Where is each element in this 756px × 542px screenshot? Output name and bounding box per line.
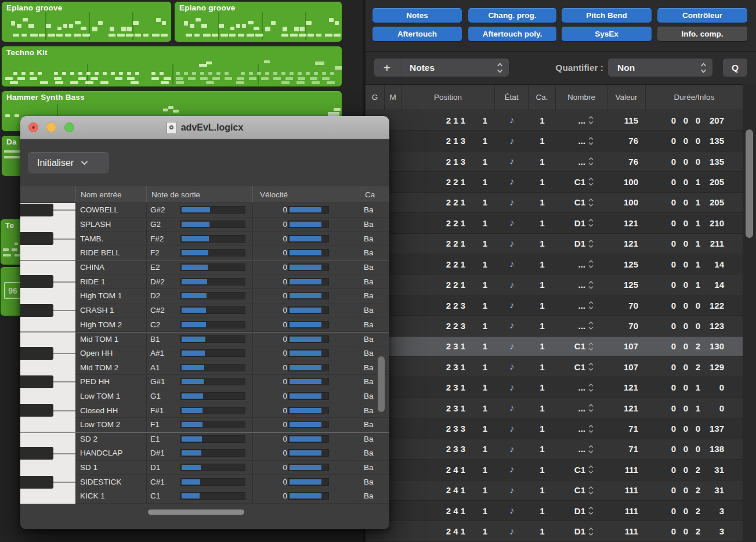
note-value-bar[interactable]	[180, 335, 245, 343]
velocity-cell[interactable]: 0	[252, 333, 360, 346]
quantize-apply-button[interactable]: Q	[723, 59, 747, 77]
filter-button-chang-prog[interactable]: Chang. prog.	[468, 8, 556, 23]
cell-number[interactable]: C1	[556, 480, 607, 500]
drum-row-mid-tom-2[interactable]: Mid TOM 2A10Ba	[75, 360, 389, 375]
channel-cell[interactable]: Ba	[360, 489, 389, 503]
value-stepper[interactable]	[588, 115, 594, 125]
column-header-nombre[interactable]: Nombre	[556, 85, 607, 110]
drum-row-crash-1[interactable]: CRASH 1C#20Ba	[75, 303, 389, 318]
cell-channel[interactable]: 1	[529, 172, 556, 191]
cell-value[interactable]: 76	[607, 131, 646, 150]
drum-name[interactable]: SD 1	[75, 461, 146, 475]
drum-name[interactable]: Mid TOM 1	[75, 333, 146, 346]
filter-button-contr-leur[interactable]: Contrôleur	[657, 8, 747, 23]
output-note-cell[interactable]: A1	[146, 360, 252, 374]
cell-position[interactable]: 2 2 31	[401, 295, 495, 315]
cell-length-info[interactable]: 000138	[646, 439, 743, 459]
column-header-canal[interactable]: Ca	[360, 186, 389, 203]
midi-region-epiano-2[interactable]: Epiano groove	[174, 1, 342, 42]
value-stepper[interactable]	[588, 527, 594, 536]
column-header-valeur[interactable]: Valeur	[607, 85, 646, 110]
cell-value[interactable]: 100	[607, 172, 646, 191]
drum-row-ped-hh[interactable]: PED HHG#10Ba	[75, 375, 389, 389]
channel-cell[interactable]: Ba	[360, 375, 389, 389]
cell-value[interactable]: 111	[607, 480, 646, 500]
channel-cell[interactable]: Ba	[360, 274, 389, 288]
cell-number[interactable]: ...	[556, 131, 607, 150]
output-note-cell[interactable]: D2	[146, 289, 252, 303]
cell-position[interactable]: 2 2 11	[401, 234, 495, 254]
value-stepper[interactable]	[588, 177, 594, 186]
value-stepper[interactable]	[588, 239, 594, 248]
cell-length-info[interactable]: 000122	[646, 295, 743, 315]
quantize-popup[interactable]: Non	[608, 59, 712, 77]
cell-channel[interactable]: 1	[529, 151, 556, 171]
note-value-bar[interactable]	[180, 349, 245, 357]
drum-name[interactable]: SPLASH	[75, 218, 146, 232]
column-header-etat[interactable]: État	[495, 85, 529, 110]
column-header-g[interactable]: G	[366, 85, 385, 110]
cell-position[interactable]: 2 3 11	[401, 357, 495, 377]
channel-cell[interactable]: Ba	[360, 203, 389, 217]
event-row[interactable]: 2 4 11♪1C111100231	[366, 460, 743, 480]
channel-cell[interactable]: Ba	[360, 246, 389, 260]
drum-name[interactable]: High TOM 2	[75, 317, 146, 331]
velocity-value-bar[interactable]	[288, 421, 329, 428]
cell-length-info[interactable]: 0010	[646, 398, 743, 418]
drum-name[interactable]: CHINA	[75, 261, 146, 274]
channel-cell[interactable]: Ba	[360, 261, 389, 274]
event-row[interactable]: 2 1 31♪1...76000135	[366, 151, 743, 172]
drum-row-kick-1[interactable]: KICK 1C10Ba	[75, 489, 389, 504]
cell-number[interactable]: D1	[556, 213, 607, 233]
black-key-f-1[interactable]	[20, 404, 53, 417]
vertical-scrollbar[interactable]	[378, 356, 385, 412]
cell-channel[interactable]: 1	[529, 316, 556, 335]
value-stepper[interactable]	[588, 445, 594, 454]
value-stepper[interactable]	[588, 280, 594, 290]
event-row[interactable]: 2 4 11♪1D11110023	[366, 521, 743, 541]
drum-name[interactable]: RIDE 1	[75, 274, 146, 288]
value-stepper[interactable]	[588, 342, 594, 351]
event-row[interactable]: 2 3 11♪1C1107002129	[366, 357, 743, 377]
velocity-value-bar[interactable]	[288, 407, 329, 414]
note-value-bar[interactable]	[180, 235, 245, 243]
scrollbar-thumb[interactable]	[746, 129, 753, 238]
cell-channel[interactable]: 1	[529, 193, 556, 212]
cell-position[interactable]: 2 1 11	[401, 110, 495, 130]
event-row[interactable]: 2 2 11♪1...12500114	[366, 274, 743, 295]
drum-row-high-tom-1[interactable]: High TOM 1D20Ba	[75, 289, 389, 303]
output-note-cell[interactable]: G#2	[146, 203, 252, 217]
note-value-bar[interactable]	[180, 464, 245, 471]
cell-length-info[interactable]: 00231	[646, 480, 743, 500]
black-key-d-2[interactable]	[20, 275, 53, 288]
window-titlebar[interactable]: advEvL.logicx	[20, 116, 389, 139]
output-note-cell[interactable]: G2	[146, 218, 252, 232]
black-key-d-1[interactable]	[20, 447, 53, 460]
cell-length-info[interactable]: 000137	[646, 418, 743, 438]
event-row[interactable]: 2 3 31♪1...71000138	[366, 439, 743, 460]
cell-position[interactable]: 2 2 31	[401, 316, 495, 335]
drum-name[interactable]: PED HH	[75, 375, 146, 389]
velocity-cell[interactable]: 0	[252, 303, 360, 317]
event-row[interactable]: 2 2 11♪1D1121001211	[366, 234, 743, 254]
cell-number[interactable]: C1	[556, 357, 607, 377]
drum-row-sd-2[interactable]: SD 2E10Ba	[75, 432, 389, 447]
drum-name[interactable]: SD 2	[75, 433, 146, 446]
cell-value[interactable]: 70	[607, 295, 646, 315]
drum-name[interactable]: RIDE BELL	[75, 246, 146, 260]
note-value-bar[interactable]	[180, 292, 245, 299]
cell-value[interactable]: 71	[607, 418, 646, 438]
cell-position[interactable]: 2 4 11	[401, 480, 495, 500]
cell-position[interactable]: 2 4 11	[401, 521, 495, 541]
cell-value[interactable]: 121	[607, 377, 646, 397]
output-note-cell[interactable]: D#2	[146, 274, 252, 288]
cell-position[interactable]: 2 3 31	[401, 418, 495, 438]
velocity-cell[interactable]: 0	[252, 446, 360, 460]
column-header-m[interactable]: M	[385, 85, 401, 110]
note-value-bar[interactable]	[180, 392, 245, 400]
cell-value[interactable]: 111	[607, 501, 646, 521]
channel-cell[interactable]: Ba	[360, 303, 389, 317]
drum-row-handclap[interactable]: HANDCLAPD#10Ba	[75, 446, 389, 461]
value-stepper[interactable]	[588, 198, 594, 207]
black-key-c-2[interactable]	[20, 304, 53, 317]
